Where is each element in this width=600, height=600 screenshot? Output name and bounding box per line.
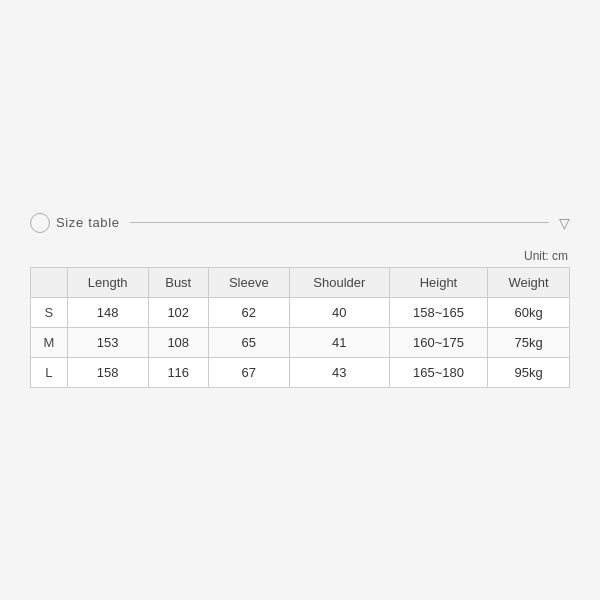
cell-weight: 60kg (488, 297, 570, 327)
cell-size: M (31, 327, 68, 357)
chevron-down-icon[interactable]: ▽ (559, 215, 570, 231)
cell-bust: 102 (148, 297, 208, 327)
header-circle-icon (30, 213, 50, 233)
table-row: S1481026240158~16560kg (31, 297, 570, 327)
col-header-bust: Bust (148, 267, 208, 297)
col-header-sleeve: Sleeve (208, 267, 289, 297)
cell-height: 165~180 (389, 357, 487, 387)
col-header-length: Length (67, 267, 148, 297)
cell-bust: 116 (148, 357, 208, 387)
cell-shoulder: 41 (289, 327, 389, 357)
cell-weight: 95kg (488, 357, 570, 387)
table-header-row: Length Bust Sleeve Shoulder Height Weigh… (31, 267, 570, 297)
col-header-height: Height (389, 267, 487, 297)
cell-sleeve: 62 (208, 297, 289, 327)
size-table-header: Size table ▽ (30, 213, 570, 233)
col-header-weight: Weight (488, 267, 570, 297)
cell-size: S (31, 297, 68, 327)
cell-height: 160~175 (389, 327, 487, 357)
cell-bust: 108 (148, 327, 208, 357)
col-header-shoulder: Shoulder (289, 267, 389, 297)
header-divider (130, 222, 549, 223)
cell-sleeve: 65 (208, 327, 289, 357)
table-row: M1531086541160~17575kg (31, 327, 570, 357)
cell-length: 158 (67, 357, 148, 387)
cell-shoulder: 43 (289, 357, 389, 387)
cell-height: 158~165 (389, 297, 487, 327)
size-table: Length Bust Sleeve Shoulder Height Weigh… (30, 267, 570, 388)
unit-label: Unit: cm (30, 249, 570, 263)
table-row: L1581166743165~18095kg (31, 357, 570, 387)
cell-sleeve: 67 (208, 357, 289, 387)
size-table-title: Size table (56, 215, 120, 230)
cell-shoulder: 40 (289, 297, 389, 327)
cell-size: L (31, 357, 68, 387)
col-header-size (31, 267, 68, 297)
cell-weight: 75kg (488, 327, 570, 357)
cell-length: 153 (67, 327, 148, 357)
cell-length: 148 (67, 297, 148, 327)
